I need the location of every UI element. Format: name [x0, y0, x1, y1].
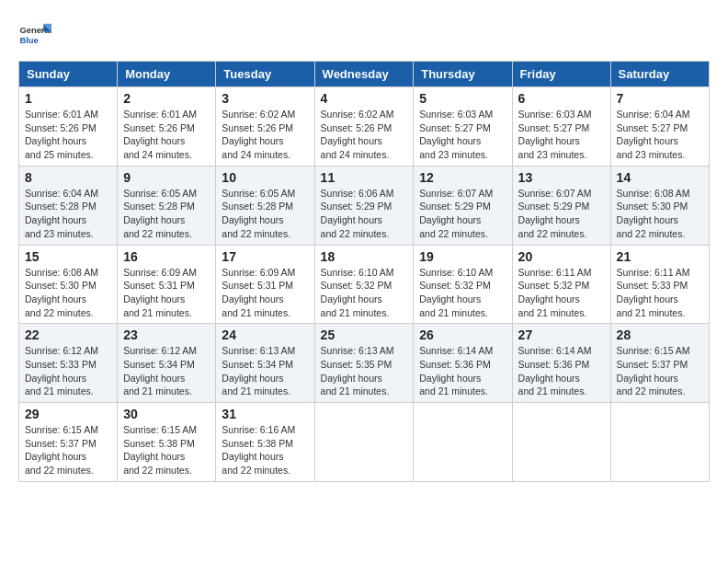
calendar-cell: 16 Sunrise: 6:09 AMSunset: 5:31 PMDaylig… [118, 245, 216, 324]
page-header: General Blue [18, 18, 710, 52]
column-header-friday: Friday [512, 62, 610, 87]
day-number: 23 [123, 327, 210, 342]
calendar-cell: 20 Sunrise: 6:11 AMSunset: 5:32 PMDaylig… [512, 245, 610, 324]
day-info: Sunrise: 6:04 AMSunset: 5:28 PMDaylight … [25, 188, 98, 239]
calendar-table: SundayMondayTuesdayWednesdayThursdayFrid… [18, 61, 710, 482]
day-number: 22 [25, 327, 111, 342]
day-number: 16 [123, 249, 210, 264]
day-number: 10 [222, 170, 308, 185]
day-number: 30 [123, 407, 210, 421]
day-info: Sunrise: 6:04 AMSunset: 5:27 PMDaylight … [617, 109, 690, 160]
day-number: 17 [222, 249, 308, 264]
calendar-week-row: 8 Sunrise: 6:04 AMSunset: 5:28 PMDayligh… [19, 166, 710, 245]
calendar-cell: 15 Sunrise: 6:08 AMSunset: 5:30 PMDaylig… [19, 245, 118, 324]
day-number: 25 [321, 327, 408, 342]
calendar-cell: 6 Sunrise: 6:03 AMSunset: 5:27 PMDayligh… [512, 87, 610, 167]
calendar-cell: 14 Sunrise: 6:08 AMSunset: 5:30 PMDaylig… [610, 166, 709, 245]
calendar-cell: 5 Sunrise: 6:03 AMSunset: 5:27 PMDayligh… [414, 87, 512, 167]
day-number: 7 [617, 91, 703, 106]
calendar-cell: 26 Sunrise: 6:14 AMSunset: 5:36 PMDaylig… [414, 324, 512, 403]
calendar-cell: 2 Sunrise: 6:01 AMSunset: 5:26 PMDayligh… [118, 87, 216, 167]
calendar-cell: 29 Sunrise: 6:15 AMSunset: 5:37 PMDaylig… [19, 403, 118, 482]
day-info: Sunrise: 6:15 AMSunset: 5:37 PMDaylight … [617, 345, 690, 396]
day-number: 3 [222, 91, 308, 106]
logo-icon: General Blue [18, 18, 51, 52]
day-number: 15 [25, 249, 111, 264]
day-number: 21 [617, 249, 703, 264]
column-header-wednesday: Wednesday [314, 62, 414, 87]
day-info: Sunrise: 6:14 AMSunset: 5:36 PMDaylight … [419, 345, 493, 396]
day-info: Sunrise: 6:06 AMSunset: 5:29 PMDaylight … [321, 188, 394, 239]
calendar-cell: 11 Sunrise: 6:06 AMSunset: 5:29 PMDaylig… [314, 166, 414, 245]
day-number: 19 [419, 249, 506, 264]
day-info: Sunrise: 6:08 AMSunset: 5:30 PMDaylight … [25, 267, 98, 318]
day-info: Sunrise: 6:16 AMSunset: 5:38 PMDaylight … [222, 424, 295, 476]
day-info: Sunrise: 6:12 AMSunset: 5:33 PMDaylight … [25, 345, 98, 396]
day-number: 29 [25, 407, 111, 421]
day-number: 14 [617, 170, 703, 185]
svg-text:Blue: Blue [19, 36, 38, 45]
column-header-saturday: Saturday [610, 62, 709, 87]
day-number: 11 [321, 170, 408, 185]
calendar-cell: 24 Sunrise: 6:13 AMSunset: 5:34 PMDaylig… [216, 324, 314, 403]
day-number: 12 [419, 170, 506, 185]
day-info: Sunrise: 6:01 AMSunset: 5:26 PMDaylight … [25, 109, 98, 160]
day-info: Sunrise: 6:02 AMSunset: 5:26 PMDaylight … [321, 109, 394, 160]
column-header-tuesday: Tuesday [216, 62, 314, 87]
calendar-week-row: 22 Sunrise: 6:12 AMSunset: 5:33 PMDaylig… [19, 324, 710, 403]
calendar-cell: 8 Sunrise: 6:04 AMSunset: 5:28 PMDayligh… [19, 166, 118, 245]
day-info: Sunrise: 6:01 AMSunset: 5:26 PMDaylight … [123, 109, 197, 160]
day-info: Sunrise: 6:13 AMSunset: 5:34 PMDaylight … [222, 345, 295, 396]
calendar-cell: 22 Sunrise: 6:12 AMSunset: 5:33 PMDaylig… [19, 324, 118, 403]
day-number: 5 [419, 91, 506, 106]
day-number: 24 [222, 327, 308, 342]
day-info: Sunrise: 6:08 AMSunset: 5:30 PMDaylight … [617, 188, 690, 239]
day-number: 9 [123, 170, 210, 185]
calendar-cell: 13 Sunrise: 6:07 AMSunset: 5:29 PMDaylig… [512, 166, 610, 245]
calendar-cell: 1 Sunrise: 6:01 AMSunset: 5:26 PMDayligh… [19, 87, 118, 167]
day-number: 28 [617, 327, 703, 342]
day-number: 31 [222, 407, 308, 421]
calendar-week-row: 29 Sunrise: 6:15 AMSunset: 5:37 PMDaylig… [19, 403, 710, 482]
calendar-cell [314, 403, 414, 482]
day-info: Sunrise: 6:02 AMSunset: 5:26 PMDaylight … [222, 109, 295, 160]
calendar-cell [512, 403, 610, 482]
day-number: 18 [321, 249, 408, 264]
calendar-cell: 19 Sunrise: 6:10 AMSunset: 5:32 PMDaylig… [414, 245, 512, 324]
calendar-cell: 21 Sunrise: 6:11 AMSunset: 5:33 PMDaylig… [610, 245, 709, 324]
calendar-cell: 12 Sunrise: 6:07 AMSunset: 5:29 PMDaylig… [414, 166, 512, 245]
day-number: 8 [25, 170, 111, 185]
day-info: Sunrise: 6:15 AMSunset: 5:38 PMDaylight … [123, 424, 197, 476]
day-info: Sunrise: 6:12 AMSunset: 5:34 PMDaylight … [123, 345, 197, 396]
day-number: 13 [518, 170, 605, 185]
calendar-cell: 4 Sunrise: 6:02 AMSunset: 5:26 PMDayligh… [314, 87, 414, 167]
column-header-sunday: Sunday [19, 62, 118, 87]
calendar-cell: 3 Sunrise: 6:02 AMSunset: 5:26 PMDayligh… [216, 87, 314, 167]
day-info: Sunrise: 6:10 AMSunset: 5:32 PMDaylight … [419, 267, 493, 318]
calendar-header-row: SundayMondayTuesdayWednesdayThursdayFrid… [19, 62, 710, 87]
calendar-cell: 28 Sunrise: 6:15 AMSunset: 5:37 PMDaylig… [610, 324, 709, 403]
day-info: Sunrise: 6:14 AMSunset: 5:36 PMDaylight … [518, 345, 592, 396]
day-info: Sunrise: 6:05 AMSunset: 5:28 PMDaylight … [222, 188, 295, 239]
day-info: Sunrise: 6:03 AMSunset: 5:27 PMDaylight … [419, 109, 493, 160]
calendar-cell: 25 Sunrise: 6:13 AMSunset: 5:35 PMDaylig… [314, 324, 414, 403]
day-number: 2 [123, 91, 210, 106]
day-info: Sunrise: 6:03 AMSunset: 5:27 PMDaylight … [518, 109, 592, 160]
day-info: Sunrise: 6:07 AMSunset: 5:29 PMDaylight … [419, 188, 493, 239]
day-number: 4 [321, 91, 408, 106]
calendar-cell [610, 403, 709, 482]
calendar-cell: 27 Sunrise: 6:14 AMSunset: 5:36 PMDaylig… [512, 324, 610, 403]
calendar-cell [414, 403, 512, 482]
column-header-thursday: Thursday [414, 62, 512, 87]
day-info: Sunrise: 6:13 AMSunset: 5:35 PMDaylight … [321, 345, 394, 396]
day-number: 20 [518, 249, 605, 264]
day-number: 6 [518, 91, 605, 106]
calendar-cell: 9 Sunrise: 6:05 AMSunset: 5:28 PMDayligh… [118, 166, 216, 245]
calendar-cell: 17 Sunrise: 6:09 AMSunset: 5:31 PMDaylig… [216, 245, 314, 324]
calendar-cell: 18 Sunrise: 6:10 AMSunset: 5:32 PMDaylig… [314, 245, 414, 324]
day-info: Sunrise: 6:11 AMSunset: 5:32 PMDaylight … [518, 267, 592, 318]
calendar-cell: 31 Sunrise: 6:16 AMSunset: 5:38 PMDaylig… [216, 403, 314, 482]
logo: General Blue [18, 18, 51, 52]
calendar-cell: 30 Sunrise: 6:15 AMSunset: 5:38 PMDaylig… [118, 403, 216, 482]
calendar-week-row: 1 Sunrise: 6:01 AMSunset: 5:26 PMDayligh… [19, 87, 710, 167]
